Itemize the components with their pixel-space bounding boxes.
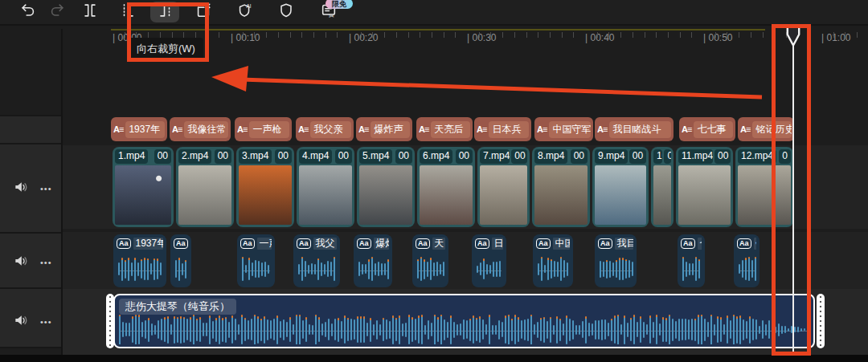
text-icon: A≡ bbox=[419, 124, 428, 134]
text-clip[interactable]: A≡一声枪 bbox=[235, 117, 292, 141]
video-clip[interactable]: 1.mp400 bbox=[113, 147, 174, 227]
voice-clip-header: Aa我目 bbox=[598, 238, 633, 250]
voice-clip[interactable]: Aa日 bbox=[472, 234, 506, 287]
ruler-tick bbox=[514, 32, 515, 38]
video-thumbnail bbox=[359, 165, 412, 225]
video-clip[interactable]: 11.mp400 bbox=[676, 147, 733, 227]
subtitle-icon: Aa bbox=[416, 238, 430, 249]
waveform-bars bbox=[240, 254, 272, 284]
subtitle-icon: Aa bbox=[174, 238, 188, 249]
video-clip[interactable]: 9.mp400 bbox=[592, 147, 649, 227]
voice-clip[interactable]: Aa一声 bbox=[237, 234, 275, 287]
text-clip-label: 我目睹战斗 bbox=[609, 121, 671, 138]
ruler-tick bbox=[833, 32, 834, 38]
ruler-tick bbox=[420, 32, 420, 38]
track-more-button[interactable]: ••• bbox=[40, 318, 52, 326]
text-clip[interactable]: A≡天亮后 bbox=[416, 117, 473, 141]
video-clip-duration: 00 bbox=[154, 149, 171, 164]
ruler-tick bbox=[243, 32, 244, 38]
waveform-bars bbox=[737, 254, 756, 284]
video-clip-duration: 00 bbox=[629, 149, 646, 164]
video-clip[interactable]: 6.mp400 bbox=[417, 147, 475, 227]
text-clip[interactable]: A≡日本兵 bbox=[474, 117, 531, 141]
shield-icon bbox=[277, 2, 295, 22]
voice-clip[interactable]: Aa bbox=[170, 234, 191, 287]
text-clip[interactable]: A≡我父亲 bbox=[296, 117, 354, 141]
voice-clip-header: Aa日 bbox=[475, 238, 503, 250]
text-icon: A≡ bbox=[740, 124, 750, 134]
video-clip-name: 8.mp4 bbox=[534, 149, 567, 164]
video-clip[interactable]: 8.mp400 bbox=[532, 147, 590, 227]
text-clip-label: 爆炸声 bbox=[371, 121, 410, 138]
music-track-controls: ••• bbox=[0, 311, 61, 332]
text-clip[interactable]: A≡七七事 bbox=[679, 117, 735, 141]
ruler-label: | 00:10 bbox=[231, 32, 260, 43]
mute-toggle-icon[interactable] bbox=[13, 179, 29, 198]
voice-clip-label: 日 bbox=[492, 238, 503, 250]
video-clip-duration: 00 bbox=[571, 149, 588, 164]
ruler-tick bbox=[396, 32, 397, 38]
video-clip[interactable]: 4.mp400 bbox=[297, 147, 354, 227]
video-clip-name: 3.mp4 bbox=[239, 149, 272, 164]
ruler-tick bbox=[479, 32, 480, 38]
redo-button[interactable] bbox=[43, 2, 72, 22]
voice-clip[interactable]: Aa中国 bbox=[533, 234, 573, 287]
voice-clip[interactable]: Aa我目 bbox=[595, 234, 637, 287]
mute-toggle-icon[interactable] bbox=[13, 312, 29, 331]
ruler-tick bbox=[125, 32, 125, 38]
music-clip-right-handle[interactable] bbox=[817, 294, 825, 348]
music-clip[interactable]: 悲伤大提琴（纯音乐） bbox=[113, 294, 815, 348]
video-clip-name: 10.mp4 bbox=[653, 149, 662, 164]
video-clip[interactable]: 10.mp40 bbox=[651, 147, 674, 227]
ruler-tick bbox=[384, 32, 385, 38]
video-clip-name: 11.mp4 bbox=[678, 149, 713, 164]
voice-clip[interactable]: Aa我父 bbox=[293, 234, 340, 287]
ruler-tick bbox=[502, 32, 503, 38]
text-clip[interactable]: A≡我目睹战斗 bbox=[595, 117, 674, 141]
ruler-tick bbox=[608, 32, 609, 38]
voice-clip[interactable]: Aa1937年 bbox=[113, 234, 166, 287]
split-button[interactable] bbox=[76, 2, 104, 22]
video-clip-header: 10.mp40 bbox=[653, 149, 671, 164]
video-clip[interactable]: 3.mp400 bbox=[236, 147, 294, 227]
voice-clip[interactable]: Aa天 bbox=[412, 234, 448, 287]
voice-clip[interactable]: Aa七 bbox=[678, 234, 705, 287]
video-clip[interactable]: 2.mp400 bbox=[176, 147, 234, 227]
waveform-bars bbox=[536, 254, 570, 284]
track-divider bbox=[0, 347, 61, 348]
text-clip[interactable]: A≡1937年 bbox=[111, 117, 167, 141]
text-clip[interactable]: A≡我像往常 bbox=[170, 117, 231, 141]
voice-clip-label: 中国 bbox=[553, 238, 570, 250]
text-clip[interactable]: A≡中国守军 bbox=[534, 117, 593, 141]
video-thumbnail bbox=[595, 165, 646, 225]
subtitle-icon: Aa bbox=[536, 238, 551, 249]
smart-edit-button[interactable]: AI bbox=[231, 2, 260, 22]
voice-clip[interactable]: Aa铭 bbox=[734, 234, 760, 287]
subtitle-icon: Aa bbox=[297, 238, 311, 249]
voice-waveform bbox=[117, 254, 163, 284]
video-clip[interactable]: 7.mp400 bbox=[477, 147, 530, 227]
video-clip[interactable]: 5.mp400 bbox=[357, 147, 415, 227]
voice-clip-label: 我父 bbox=[313, 238, 337, 250]
ruler-label: | 00:30 bbox=[467, 32, 496, 43]
video-clip-name: 1.mp4 bbox=[115, 149, 148, 164]
video-thumbnail bbox=[534, 165, 588, 225]
ruler-tick bbox=[526, 32, 527, 38]
text-clip-label: 中国守军 bbox=[549, 121, 591, 138]
text-cut-button[interactable]: ✂限免 bbox=[314, 2, 343, 22]
text-icon: A≡ bbox=[682, 124, 691, 134]
mute-toggle-icon[interactable] bbox=[13, 253, 29, 272]
text-icon: A≡ bbox=[597, 124, 607, 134]
voice-clip-label: 1937年 bbox=[133, 238, 163, 250]
timeline-overview-line bbox=[111, 29, 765, 31]
voice-waveform bbox=[737, 254, 756, 284]
track-more-button[interactable]: ••• bbox=[40, 258, 52, 266]
text-clip[interactable]: A≡爆炸声 bbox=[356, 117, 412, 141]
voice-waveform bbox=[598, 254, 633, 284]
video-thumbnail bbox=[678, 165, 731, 225]
waveform-bars bbox=[475, 254, 503, 284]
undo-button[interactable] bbox=[14, 2, 43, 22]
track-more-button[interactable]: ••• bbox=[40, 185, 52, 193]
mark-button[interactable] bbox=[272, 2, 301, 22]
voice-clip[interactable]: Aa爆炸 bbox=[354, 234, 392, 287]
